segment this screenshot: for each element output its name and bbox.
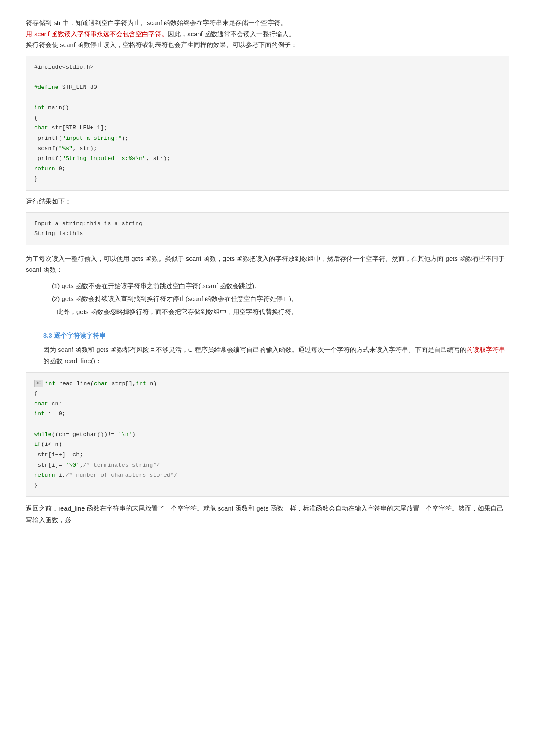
section-heading-text: 3.3 逐个字符读字符串 [43, 332, 106, 339]
code3-int-decl: int i= 0; [34, 411, 66, 417]
intro-text-2: 换行符会使 scanf 函数停止读入，空格符或制表符也会产生同样的效果。可以参考… [26, 41, 297, 48]
intro-text-1: 符存储到 str 中，知道遇到空白字符为止。scanf 函数始终会在字符串末尾存… [26, 19, 287, 26]
section-heading: 3.3 逐个字符读字符串 [43, 330, 509, 341]
read-line-link[interactable]: 的读取字符串 [466, 346, 505, 353]
code1-printf1: printf("input a string:"); [34, 135, 129, 141]
footer-para: 返回之前，read_line 函数在字符串的末尾放置了一个空字符。就像 scan… [26, 503, 509, 526]
code3-brace-open: { [34, 390, 38, 397]
code1-brace-close: } [34, 176, 38, 182]
code3-brace-close: } [34, 482, 38, 489]
code3-signature: int read_line(char strp[],int n) [45, 380, 157, 387]
code3-while: while((ch= getchar())!= '\n') [34, 431, 135, 438]
list-item-2: (2) gets 函数会持续读入直到找到换行符才停止(scanf 函数会在任意空… [52, 293, 509, 304]
result-label: 运行结果如下： [26, 196, 509, 207]
intro-text-red: 用 scanf 函数读入字符串永远不会包含空白字符。 [26, 30, 168, 38]
code3-return: return i;/* number of characters stored*… [34, 472, 177, 478]
code1-main: int main() [34, 104, 69, 111]
intro-text-1-cont: 因此，scanf 函数通常不会读入一整行输入。 [168, 30, 295, 38]
code3-if: if(i< n) [34, 441, 62, 448]
list-item-1-text: (1) gets 函数不会在开始读字符串之前跳过空白字符( scanf 函数会跳… [52, 282, 261, 289]
code1-line1: #include<stdio.h> [34, 64, 94, 70]
result-label-text: 运行结果如下： [26, 198, 71, 205]
list-item-2-text: (2) gets 函数会持续读入直到找到换行符才停止(scanf 函数会在任意空… [52, 295, 298, 302]
output-line2: String is:this [34, 230, 83, 237]
code-block-3: ⊞⊟int read_line(char strp[],int n) { cha… [26, 372, 509, 497]
list-item-3: 此外，gets 函数会忽略掉换行符，而不会把它存储到数组中，用空字符代替换行符。 [57, 306, 509, 317]
code1-char-decl: char str[STR_LEN+ 1]; [34, 125, 107, 131]
code1-scanf: scanf("%s", str); [34, 145, 97, 152]
para3-block: 为了每次读入一整行输入，可以使用 gets 函数。类似于 scanf 函数，ge… [26, 253, 509, 275]
section-para-text: 因为 scanf 函数和 gets 函数都有风险且不够灵活，C 程序员经常会编写… [43, 346, 505, 364]
code-block-1: #include<stdio.h> #define STR_LEN 80 int… [26, 56, 509, 191]
code3-char-decl: char ch; [34, 401, 62, 407]
intro-para1: 符存储到 str 中，知道遇到空白字符为止。scanf 函数始终会在字符串末尾存… [26, 17, 509, 50]
collapse-btn[interactable]: ⊞⊟ [34, 380, 43, 387]
list-item-3-text: 此外，gets 函数会忽略掉换行符，而不会把它存储到数组中，用空字符代替换行符。 [57, 308, 298, 315]
code3-null-term: str[i]= '\0';/* terminates string*/ [34, 462, 160, 468]
footer-para-text: 返回之前，read_line 函数在字符串的末尾放置了一个空字符。就像 scan… [26, 505, 504, 523]
code3-str-assign: str[i++]= ch; [34, 452, 83, 458]
section-para: 因为 scanf 函数和 gets 函数都有风险且不够灵活，C 程序员经常会编写… [43, 344, 509, 367]
code1-return: return 0; [34, 166, 66, 172]
list-item-1: (1) gets 函数不会在开始读字符串之前跳过空白字符( scanf 函数会跳… [52, 280, 509, 292]
code1-printf2: printf("String inputed is:%s\n", str); [34, 155, 170, 162]
para3-text: 为了每次读入一整行输入，可以使用 gets 函数。类似于 scanf 函数，ge… [26, 255, 505, 273]
output-line1: Input a string:this is a string [34, 220, 142, 227]
code1-brace-open: { [34, 115, 38, 121]
code1-define: #define STR_LEN 80 [34, 84, 97, 91]
code-block-2: Input a string:this is a string String i… [26, 212, 509, 245]
